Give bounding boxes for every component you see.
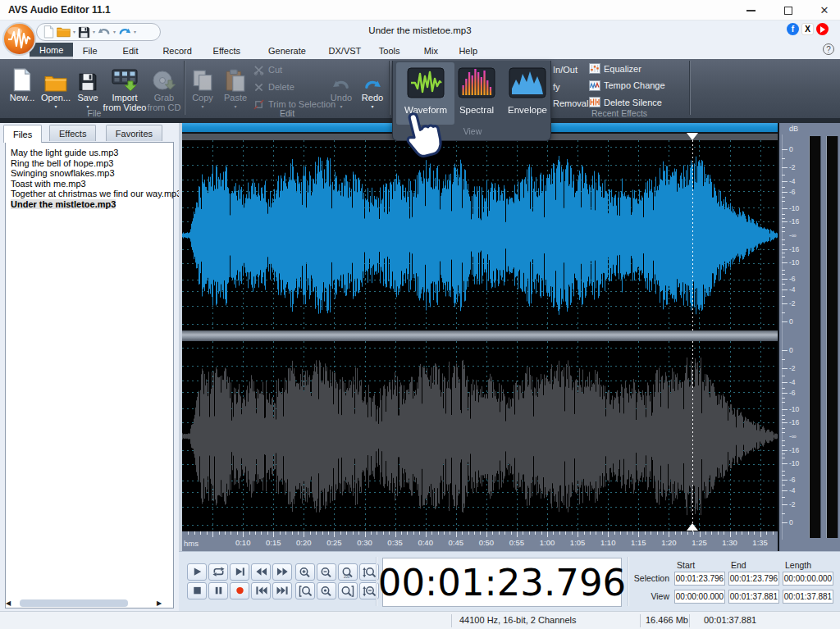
- skip-start-button[interactable]: [251, 582, 271, 599]
- recent-effect-truncated[interactable]: Removal: [553, 98, 588, 108]
- delete-silence-button[interactable]: Delete Silence: [589, 97, 662, 107]
- zoom-sel-start-button[interactable]: [295, 582, 315, 599]
- view-envelope-button[interactable]: Envelope: [501, 67, 554, 115]
- file-list-item[interactable]: Swinging snowflakes.mp3: [6, 168, 173, 179]
- timeline-tick: [231, 531, 231, 535]
- x-icon[interactable]: X: [801, 23, 814, 35]
- db-unit-label: dB: [789, 125, 798, 133]
- scrollbar-thumb[interactable]: [20, 599, 128, 607]
- timeline-tick: [407, 531, 408, 535]
- panel-tab-effects[interactable]: Effects: [49, 125, 96, 141]
- stop-button[interactable]: [187, 582, 207, 599]
- view-length-field[interactable]: 00:01:37.881: [783, 590, 833, 604]
- tab-dxvst[interactable]: DX/VST: [319, 43, 372, 59]
- file-list-item[interactable]: May the light guide us.mp3: [6, 148, 173, 158]
- dropdown-icon[interactable]: ▾: [113, 30, 116, 34]
- zoom-in-button[interactable]: [295, 563, 315, 581]
- waveform-channel-right[interactable]: [182, 341, 778, 531]
- play-button[interactable]: [187, 563, 207, 581]
- recent-effect-truncated[interactable]: fy: [553, 82, 560, 92]
- waveform-channel-left[interactable]: [182, 140, 778, 330]
- zoom-out-button[interactable]: [317, 563, 336, 581]
- redo-button[interactable]: Redo▾: [358, 62, 387, 111]
- tab-help[interactable]: Help: [449, 43, 487, 59]
- tab-effects[interactable]: Effects: [203, 43, 250, 59]
- db-tick: [782, 350, 788, 351]
- tempo-change-label: Tempo Change: [604, 80, 665, 90]
- redo-icon[interactable]: [118, 25, 131, 39]
- timeline-tick: [401, 531, 402, 535]
- timeline-label: 1:35: [750, 538, 771, 547]
- doc-new-icon[interactable]: [43, 25, 54, 39]
- record-button[interactable]: [230, 582, 249, 599]
- timeline-ruler[interactable]: hms 0:100:150:200:250:300:350:400:450:50…: [182, 531, 778, 551]
- skip-end-button[interactable]: [272, 582, 292, 599]
- tempo-change-button[interactable]: Tempo Change: [589, 80, 665, 91]
- open-button[interactable]: Open...▾: [39, 62, 72, 111]
- app-logo[interactable]: [2, 22, 36, 56]
- scissors-icon: [253, 64, 264, 75]
- help-icon[interactable]: ?: [823, 43, 834, 55]
- db-tick: [782, 485, 785, 485]
- file-list-item[interactable]: Together at christmas we find our way.mp…: [6, 189, 173, 199]
- zoom-sel-end-button[interactable]: [338, 582, 358, 599]
- selection-start-field[interactable]: 00:01:23.796: [674, 572, 725, 586]
- file-list-item[interactable]: Ring the bell of hope.mp3: [6, 158, 173, 169]
- timeline-unit-label: hms: [184, 539, 199, 548]
- panel-tab-files[interactable]: Files: [3, 125, 42, 143]
- save-button[interactable]: Save▾: [74, 62, 102, 111]
- close-button[interactable]: ✕: [810, 0, 838, 21]
- dropdown-icon[interactable]: ▾: [93, 30, 95, 34]
- view-waveform-button[interactable]: Waveform: [399, 67, 452, 115]
- file-list-item[interactable]: Under the mistletoe.mp3: [6, 199, 173, 210]
- tab-generate[interactable]: Generate: [258, 43, 316, 59]
- selection-end-field[interactable]: 00:01:23.796: [728, 572, 779, 586]
- timeline-tick: [565, 531, 566, 535]
- equalizer-button[interactable]: Equalizer: [589, 63, 641, 74]
- dropdown-icon[interactable]: ▾: [73, 30, 75, 34]
- facebook-icon[interactable]: f: [787, 23, 799, 35]
- timeline-tick: [243, 531, 244, 537]
- tab-tools[interactable]: Tools: [369, 43, 410, 59]
- timeline-tick: [377, 531, 377, 535]
- dropdown-icon[interactable]: ▾: [134, 30, 136, 34]
- recent-effect-truncated[interactable]: In/Out: [553, 65, 578, 75]
- scroll-left-icon[interactable]: ◀: [3, 598, 13, 608]
- timeline-tick: [748, 531, 749, 535]
- db-tick: [782, 409, 788, 410]
- skip-next-button[interactable]: [230, 563, 249, 581]
- floppy-icon[interactable]: [78, 25, 90, 39]
- minimize-button[interactable]: [737, 0, 765, 21]
- view-end-field[interactable]: 00:01:37.881: [728, 590, 779, 604]
- scroll-right-icon[interactable]: ▶: [154, 598, 164, 608]
- selection-length-field[interactable]: 00:00:00.000: [783, 572, 833, 586]
- tab-mix[interactable]: Mix: [414, 43, 448, 59]
- zoom-center-button[interactable]: [317, 582, 336, 599]
- tab-file[interactable]: File: [73, 43, 107, 59]
- pause-button[interactable]: [208, 582, 228, 599]
- db-tick: [782, 303, 788, 304]
- view-start-field[interactable]: 00:00:00.000: [674, 590, 725, 604]
- loop-button[interactable]: [208, 563, 228, 581]
- undo-icon[interactable]: [98, 25, 111, 39]
- timeline-tick: [638, 531, 639, 537]
- file-list: May the light guide us.mp3Ring the bell …: [5, 142, 174, 608]
- open-label: Open...: [41, 93, 71, 103]
- rewind-button[interactable]: [251, 563, 271, 581]
- playhead-marker-top[interactable]: [687, 133, 698, 140]
- timeline-tick: [559, 531, 560, 535]
- maximize-button[interactable]: [774, 0, 802, 21]
- tab-home[interactable]: Home: [30, 43, 73, 59]
- tab-edit[interactable]: Edit: [113, 43, 148, 59]
- view-spectral-button[interactable]: Spectral: [450, 67, 503, 115]
- folder-icon[interactable]: [57, 25, 71, 39]
- zoom-100-button[interactable]: 100: [338, 563, 358, 581]
- panel-tab-favorites[interactable]: Favorites: [106, 125, 162, 141]
- youtube-icon[interactable]: [816, 23, 829, 35]
- forward-button[interactable]: [272, 563, 292, 581]
- channel-divider[interactable]: [182, 330, 778, 341]
- tab-record[interactable]: Record: [153, 43, 201, 59]
- file-list-item[interactable]: Toast with me.mp3: [6, 179, 173, 189]
- playhead-marker-bottom[interactable]: [687, 523, 698, 531]
- new-button[interactable]: New...: [7, 62, 38, 111]
